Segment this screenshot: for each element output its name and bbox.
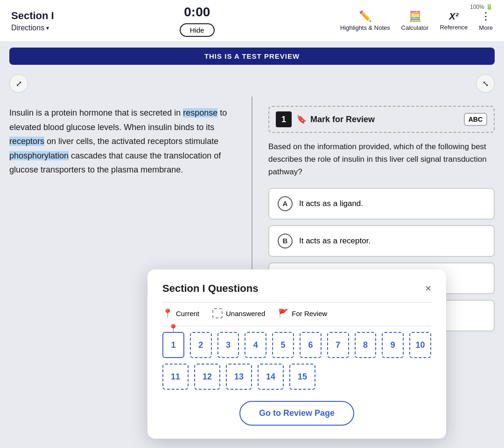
question-cell-2[interactable]: 2 (190, 332, 212, 358)
legend-unanswered: Unanswered (212, 308, 265, 318)
question-cell-14[interactable]: 14 (258, 364, 284, 390)
legend-review-label: For Review (292, 310, 327, 317)
legend-unanswered-label: Unanswered (226, 310, 265, 317)
modal-overlay: Section I Questions × 📍 Current Unanswer… (0, 0, 504, 448)
legend-for-review: 🚩 For Review (278, 308, 327, 318)
review-flag-icon: 🚩 (278, 308, 288, 318)
question-cell-15[interactable]: 15 (289, 364, 315, 390)
question-cell-12[interactable]: 12 (194, 364, 220, 390)
questions-row-1: 📍12345678910 (162, 332, 431, 358)
modal-divider (162, 302, 431, 303)
question-cell-11[interactable]: 11 (162, 364, 189, 390)
question-cell-10[interactable]: 10 (409, 332, 431, 358)
current-pin-icon: 📍 (162, 308, 173, 318)
question-cell-9[interactable]: 9 (382, 332, 404, 358)
question-cell-7[interactable]: 7 (327, 332, 349, 358)
questions-grid: 📍12345678910 1112131415 (162, 332, 431, 390)
question-cell-8[interactable]: 8 (355, 332, 377, 358)
unanswered-box-icon (212, 308, 223, 318)
section-questions-modal: Section I Questions × 📍 Current Unanswer… (147, 269, 446, 439)
legend-current-label: Current (176, 310, 199, 317)
legend-current: 📍 Current (162, 308, 199, 318)
question-cell-4[interactable]: 4 (245, 332, 266, 358)
question-cell-1[interactable]: 📍1 (162, 332, 184, 358)
question-cell-6[interactable]: 6 (300, 332, 322, 358)
modal-header: Section I Questions × (162, 283, 431, 295)
go-to-review-button[interactable]: Go to Review Page (239, 401, 354, 426)
modal-legend: 📍 Current Unanswered 🚩 For Review (162, 308, 431, 318)
question-cell-13[interactable]: 13 (226, 364, 252, 390)
modal-divider-2 (162, 326, 431, 326)
modal-close-button[interactable]: × (425, 283, 431, 295)
question-cell-3[interactable]: 3 (217, 332, 239, 358)
questions-row-2: 1112131415 (162, 364, 431, 390)
question-cell-5[interactable]: 5 (272, 332, 294, 358)
modal-title: Section I Questions (162, 283, 258, 295)
current-pin: 📍 (168, 324, 178, 334)
